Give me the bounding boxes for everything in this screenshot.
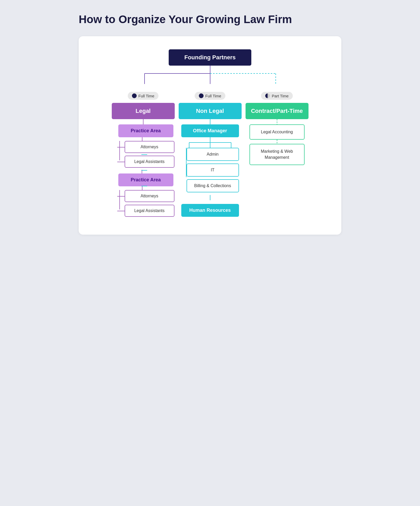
pa2-left-bar [119, 190, 120, 209]
it-box: IT [187, 164, 239, 177]
page-title: How to Organize Your Growing Law Firm [79, 10, 341, 28]
legal-category-box: Legal [112, 103, 175, 119]
contract-badge-label: Part Time [272, 94, 289, 98]
page-wrapper: How to Organize Your Growing Law Firm Fo… [79, 10, 341, 235]
legal-assistants-1-wrapper: Legal Assistants [125, 156, 173, 168]
contract-badge: Part Time [261, 92, 293, 100]
nl-subitems: Admin IT [181, 148, 239, 192]
pa2-subitems: Attorneys Legal Assistants [113, 190, 173, 217]
contract-vconn-svg [277, 119, 278, 124]
full-time-icon-nl [199, 93, 204, 98]
legal-assistants-1-box: Legal Assistants [125, 156, 174, 168]
marketing-box: Marketing & Web Management [249, 144, 305, 165]
legal-badge: Full Time [128, 92, 159, 100]
legal-group2: Practice Area Attorneys [113, 173, 173, 219]
legal-v-conn [143, 119, 143, 124]
contract-vconn-mid-svg [277, 140, 278, 144]
full-time-icon-legal [132, 93, 137, 98]
it-hconn [141, 170, 147, 171]
nl-subitems-container: Admin IT [181, 148, 239, 192]
contract-column: Part Time Contract/Part-Time Legal Accou… [244, 84, 310, 165]
founding-partners-box: Founding Partners [169, 49, 252, 66]
nl-manager-conn-svg [181, 137, 239, 148]
legal-group1: Practice Area [113, 124, 173, 170]
office-manager-box: Office Manager [181, 124, 239, 137]
attorneys-2-wrapper: Attorneys [125, 190, 173, 202]
admin-box: Admin [187, 148, 239, 161]
legal-badge-label: Full Time [139, 94, 155, 98]
legal-assistants-2-box: Legal Assistants [125, 205, 174, 217]
legal-assistants-2-wrapper: Legal Assistants [125, 205, 173, 217]
admin-wrapper: Admin [187, 148, 236, 161]
pa2-vconn [142, 186, 142, 190]
billing-wrapper: Billing & Collections [187, 179, 236, 192]
nl-bottom-vconn [210, 195, 210, 200]
nonlegal-badge-label: Full Time [205, 94, 221, 98]
legal-column: Full Time Legal Practice Area [110, 84, 176, 219]
top-connectors-svg [110, 66, 310, 84]
admin-hconn [141, 154, 147, 155]
nonlegal-badge: Full Time [195, 92, 226, 100]
contract-category-box: Contract/Part-Time [246, 103, 309, 119]
billing-box: Billing & Collections [187, 179, 239, 192]
top-node-wrapper: Founding Partners [169, 49, 252, 66]
billing-hconn [141, 186, 147, 186]
practice-area-1: Practice Area [118, 124, 173, 137]
pa1-left-bar [119, 141, 120, 160]
practice-area-2: Practice Area [118, 173, 173, 186]
nonlegal-column: Full Time Non Legal Office Manager [176, 84, 244, 217]
human-resources-box: Human Resources [181, 204, 239, 217]
legal-accounting-box: Legal Accounting [249, 124, 305, 140]
chart-container: Founding Partners [79, 36, 341, 235]
attorneys-1-wrapper: Attorneys [125, 141, 173, 153]
pa1-vconn [142, 137, 142, 141]
it-wrapper: IT [187, 164, 236, 177]
nl-top-vconn [210, 119, 210, 124]
part-time-icon [265, 93, 270, 98]
columns-container: Full Time Legal Practice Area [110, 84, 310, 219]
nonlegal-category-box: Non Legal [179, 103, 242, 119]
attorneys-2-box: Attorneys [125, 190, 174, 202]
attorneys-1-box: Attorneys [125, 141, 174, 153]
org-chart: Founding Partners [89, 49, 331, 219]
